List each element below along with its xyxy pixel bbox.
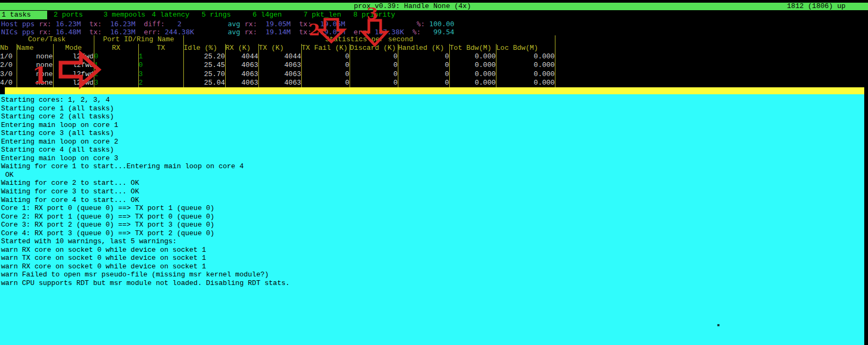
column-header: TX (K) <box>258 44 301 52</box>
core-task-stats-table: Core/TaskPort ID/Ring NameStatistics per… <box>0 35 555 87</box>
tab-mempools[interactable]: 3 mempools <box>102 11 147 19</box>
table-cell: 25.04 <box>183 79 225 87</box>
table-cell: 0.000 <box>449 79 496 87</box>
table-cell: 25.20 <box>183 52 225 61</box>
table-cell: 2/0 <box>0 61 17 70</box>
tab-latency[interactable]: 4 latency <box>150 11 191 19</box>
table-cell: 0.000 <box>496 70 555 79</box>
table-cell: 4/0 <box>0 79 17 87</box>
log-area[interactable]: Starting cores: 1, 2, 3, 4 Starting core… <box>0 94 864 345</box>
table-cell: 0 <box>398 61 449 70</box>
table-group-header-row: Core/TaskPort ID/Ring NameStatistics per… <box>0 35 555 44</box>
table-cell: 0 <box>350 70 398 79</box>
stat-segment <box>194 28 228 36</box>
table-column-header-row: NbNameModeRXTXIdle (%)RX (K)TX (K)TX Fai… <box>0 44 555 52</box>
table-cell: 0 <box>138 61 183 70</box>
stat-segment: avg <box>228 20 240 28</box>
table-cell: 0 <box>350 52 398 61</box>
stat-segment <box>404 28 413 36</box>
stat-segment: rx: <box>39 20 51 28</box>
tab-tasks[interactable]: 1 tasks <box>0 11 47 19</box>
stat-segment: rx: <box>39 28 51 36</box>
host-pps-statline: Host pps rx: 16.23M tx: 16.23M diff: 2 a… <box>1 20 454 28</box>
table-cell: 4063 <box>258 61 301 70</box>
stat-segment: 16.23M <box>51 20 81 28</box>
tab-priority[interactable]: 8 priority <box>352 11 397 19</box>
column-header: Loc Bdw(M) <box>496 44 555 52</box>
stat-segment: 19.05M <box>311 20 345 28</box>
stat-segment: Host pps <box>1 20 35 28</box>
table-cell: 0 <box>94 52 138 61</box>
column-header: RX (K) <box>225 44 258 52</box>
table-cell: 25.45 <box>183 61 225 70</box>
column-header: Handled (K) <box>398 44 449 52</box>
table-cell: 0 <box>398 79 449 87</box>
stat-segment: tx: <box>89 20 101 28</box>
stat-segment <box>345 28 354 36</box>
stat-segment: rx: <box>244 20 257 28</box>
tab-l4gen[interactable]: 6 l4gen <box>251 11 284 19</box>
stat-segment: tx: <box>299 20 311 28</box>
table-cell: 3 <box>138 70 183 79</box>
table-cell: 4063 <box>225 61 258 70</box>
table-row: 3/0nonel2fwd2325.70406340630000.0000.000 <box>0 70 555 79</box>
column-header: TX <box>138 44 183 52</box>
column-header: Idle (%) <box>183 44 225 52</box>
column-header: RX <box>94 44 138 52</box>
stat-segment: 2 <box>165 20 181 28</box>
column-header: Discard (K) <box>350 44 398 52</box>
tab-rings[interactable]: 5 rings <box>200 11 233 19</box>
tab-ports[interactable]: 2 ports <box>52 11 85 19</box>
stat-segment: 187.38K <box>370 28 404 36</box>
table-cell: none <box>17 79 53 87</box>
table-cell: 0.000 <box>449 70 496 79</box>
table-row: 2/0nonel2fwd1025.45406340630000.0000.000 <box>0 61 555 70</box>
table-cell: 0 <box>398 70 449 79</box>
stat-segment: tx: <box>89 28 101 36</box>
stat-segment: %: <box>412 28 421 36</box>
table-cell: 1/0 <box>0 52 17 61</box>
stat-segment <box>240 28 244 36</box>
table-cell: 0.000 <box>496 79 555 87</box>
stat-segment <box>136 20 144 28</box>
stat-segment: 100.00 <box>425 20 455 28</box>
stat-segment: avg <box>228 28 240 36</box>
table-row: 1/0nonel2fwd0125.20404440440000.0000.000 <box>0 52 555 61</box>
column-header: Nb <box>0 44 17 52</box>
table-cell: 4063 <box>225 70 258 79</box>
table-cell: 4063 <box>258 79 301 87</box>
table-cell: 2 <box>94 70 138 79</box>
stat-segment: 19.05M <box>311 28 345 36</box>
stat-segment: diff: <box>144 20 165 28</box>
table-cell: l2fwd <box>53 79 94 87</box>
table-cell: 3 <box>94 79 138 87</box>
prox-terminal-window: prox v0.39: Handle None (4x) 1812 (1806)… <box>0 0 868 345</box>
stat-segment <box>182 20 228 28</box>
group-header: Statistics per second <box>183 35 555 44</box>
table-cell: none <box>17 61 53 70</box>
stat-segment: %: <box>417 20 425 28</box>
table-cell: 0 <box>301 79 350 87</box>
table-cell: 0 <box>350 61 398 70</box>
cursor-block <box>0 87 5 94</box>
table-cell: l2fwd <box>53 61 94 70</box>
column-header: TX Fail (K) <box>301 44 350 52</box>
table-cell: 4044 <box>225 52 258 61</box>
stat-segment <box>291 28 299 36</box>
table-cell: l2fwd <box>53 70 94 79</box>
column-header: Mode <box>53 44 94 52</box>
stat-segment: 16.23M <box>102 20 136 28</box>
group-header: Core/Task <box>0 35 94 44</box>
divider-bar <box>5 87 864 94</box>
tab-pkt_len[interactable]: 7 pkt_len <box>302 11 343 19</box>
app-title: prox v0.39: Handle None (4x) <box>354 3 471 10</box>
stat-segment <box>136 28 144 36</box>
table-cell: 0 <box>301 61 350 70</box>
table-cell: 4063 <box>258 70 301 79</box>
stat-segment <box>345 20 417 28</box>
stat-segment: 19.14M <box>257 28 291 36</box>
table-cell: 4063 <box>225 79 258 87</box>
uptime-counter: 1812 (1806) up <box>787 3 845 10</box>
stat-segment <box>81 20 90 28</box>
stat-segment <box>240 20 244 28</box>
